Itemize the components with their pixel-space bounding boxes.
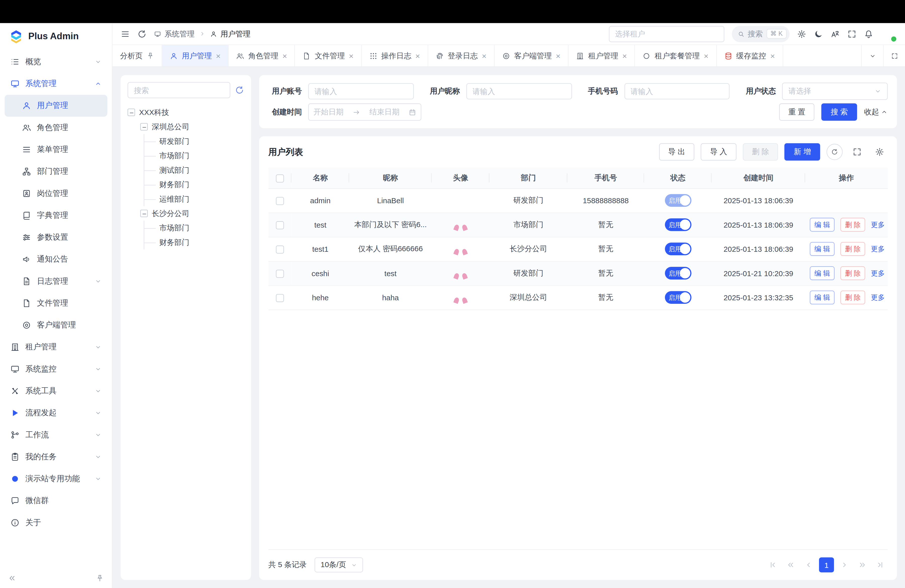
- delete-button[interactable]: 删 除: [840, 266, 865, 280]
- theme-toggle-button[interactable]: [814, 29, 823, 38]
- account-input[interactable]: [308, 83, 414, 99]
- reset-button[interactable]: 重 置: [779, 103, 814, 121]
- row-checkbox[interactable]: [276, 245, 284, 254]
- first-page-button[interactable]: [765, 557, 780, 572]
- sidebar-item-wechat-group[interactable]: 微信群: [5, 490, 107, 512]
- search-button[interactable]: 搜 索: [822, 103, 857, 121]
- tab-tenant-package-management[interactable]: 租户套餐管理 ×: [635, 45, 716, 67]
- phone-input[interactable]: [624, 83, 730, 99]
- tree-leaf[interactable]: 测试部门: [144, 163, 244, 177]
- row-checkbox[interactable]: [276, 197, 284, 205]
- tree-leaf[interactable]: 市场部门: [144, 221, 244, 235]
- import-button[interactable]: 导 入: [701, 143, 736, 161]
- breadcrumb-system-management[interactable]: 系统管理: [154, 29, 195, 39]
- sidebar-item-menu-management[interactable]: 菜单管理: [5, 138, 107, 161]
- close-icon[interactable]: ×: [216, 52, 221, 60]
- more-button[interactable]: 更多: [871, 269, 884, 277]
- close-icon[interactable]: ×: [703, 52, 708, 60]
- pin-icon[interactable]: [146, 52, 154, 60]
- global-search[interactable]: 搜索 ⌘ K: [732, 25, 790, 42]
- row-checkbox[interactable]: [276, 221, 284, 229]
- status-toggle[interactable]: 启用: [665, 243, 691, 256]
- sidebar-item-parameter-settings[interactable]: 参数设置: [5, 226, 107, 248]
- sidebar-toggle-button[interactable]: [121, 29, 130, 38]
- tree-search-input[interactable]: [127, 82, 230, 98]
- tree-collapse-icon[interactable]: [140, 210, 148, 217]
- sidebar-item-department-management[interactable]: 部门管理: [5, 161, 107, 182]
- tree-collapse-icon[interactable]: [140, 123, 148, 130]
- sidebar-item-system-monitor[interactable]: 系统监控: [5, 358, 107, 380]
- tab-tenant-management[interactable]: 租户管理 ×: [568, 45, 635, 67]
- breadcrumb-user-management[interactable]: 用户管理: [210, 29, 251, 39]
- edit-button[interactable]: 编 辑: [810, 291, 835, 304]
- tree-refresh-icon[interactable]: [235, 86, 244, 95]
- more-button[interactable]: 更多: [871, 245, 884, 253]
- close-icon[interactable]: ×: [482, 52, 487, 60]
- sidebar-item-dict-management[interactable]: 字典管理: [5, 205, 107, 226]
- notifications-button[interactable]: [864, 29, 873, 38]
- edit-button[interactable]: 编 辑: [810, 218, 835, 232]
- sidebar-item-demo-features[interactable]: 演示站专用功能: [5, 468, 107, 489]
- delete-button[interactable]: 删 除: [840, 218, 865, 232]
- tab-cache-monitor[interactable]: 缓存监控 ×: [716, 45, 783, 67]
- sidebar-item-file-management[interactable]: 文件管理: [5, 292, 107, 314]
- edit-button[interactable]: 编 辑: [810, 266, 835, 280]
- sidebar-item-post-management[interactable]: 岗位管理: [5, 183, 107, 205]
- delete-selected-button[interactable]: 删 除: [743, 143, 778, 161]
- tree-leaf[interactable]: 财务部门: [144, 177, 244, 192]
- prev-jump-button[interactable]: [783, 557, 799, 572]
- content-fullscreen-button[interactable]: [883, 45, 905, 67]
- tab-file-management[interactable]: 文件管理 ×: [295, 45, 362, 67]
- tab-analysis[interactable]: 分析页: [113, 45, 162, 67]
- close-icon[interactable]: ×: [349, 52, 354, 60]
- sidebar-item-system-tools[interactable]: 系统工具: [5, 380, 107, 402]
- close-icon[interactable]: ×: [770, 52, 775, 60]
- tenant-select-input[interactable]: [609, 25, 724, 42]
- last-page-button[interactable]: [873, 557, 888, 572]
- table-fullscreen-button[interactable]: [849, 144, 865, 160]
- language-button[interactable]: [830, 29, 840, 38]
- page-number-button[interactable]: 1: [819, 557, 834, 572]
- select-all-checkbox[interactable]: [276, 174, 284, 182]
- status-toggle[interactable]: 启用: [665, 194, 691, 207]
- sidebar-item-log-management[interactable]: 日志管理: [5, 270, 107, 292]
- pin-sidebar-icon[interactable]: [96, 574, 104, 582]
- close-icon[interactable]: ×: [556, 52, 560, 60]
- edit-button[interactable]: 编 辑: [810, 242, 835, 256]
- tree-leaf[interactable]: 财务部门: [144, 235, 244, 250]
- row-checkbox[interactable]: [276, 294, 284, 302]
- column-settings-button[interactable]: [872, 144, 888, 160]
- delete-button[interactable]: 删 除: [840, 242, 865, 256]
- tab-user-management[interactable]: 用户管理 ×: [162, 45, 229, 67]
- app-logo[interactable]: Plus Admin: [0, 23, 112, 50]
- tab-operation-log[interactable]: 操作日志 ×: [362, 45, 428, 67]
- sidebar-item-about[interactable]: 关于: [5, 512, 107, 534]
- fullscreen-button[interactable]: [847, 29, 856, 38]
- tree-node-root[interactable]: XXX科技: [127, 105, 244, 119]
- tree-collapse-icon[interactable]: [127, 109, 135, 116]
- status-toggle[interactable]: 启用: [665, 218, 691, 231]
- nickname-input[interactable]: [466, 83, 572, 99]
- sidebar-item-tenant-management[interactable]: 租户管理: [5, 336, 107, 358]
- next-jump-button[interactable]: [855, 557, 870, 572]
- tree-node-shenzhen[interactable]: 深圳总公司: [140, 119, 244, 134]
- sidebar-item-notice[interactable]: 通知公告: [5, 248, 107, 270]
- settings-button[interactable]: [797, 29, 807, 38]
- more-button[interactable]: 更多: [871, 220, 884, 228]
- created-date-range-input[interactable]: 开始日期 结束日期: [308, 103, 421, 121]
- tree-leaf[interactable]: 研发部门: [144, 134, 244, 148]
- tree-leaf[interactable]: 运维部门: [144, 192, 244, 206]
- add-user-button[interactable]: 新 增: [784, 143, 820, 161]
- refresh-page-button[interactable]: [137, 29, 146, 38]
- sidebar-item-overview[interactable]: 概览: [5, 51, 107, 73]
- delete-button[interactable]: 删 除: [840, 291, 865, 304]
- sidebar-item-process-initiation[interactable]: 流程发起: [5, 402, 107, 424]
- user-avatar-button[interactable]: [881, 25, 897, 42]
- sidebar-item-role-management[interactable]: 角色管理: [5, 117, 107, 138]
- status-toggle[interactable]: 启用: [665, 291, 691, 304]
- status-toggle[interactable]: 启用: [665, 267, 691, 280]
- next-page-button[interactable]: [837, 557, 852, 572]
- prev-page-button[interactable]: [801, 557, 816, 572]
- page-size-select[interactable]: 10条/页: [315, 557, 363, 572]
- status-select[interactable]: 请选择: [782, 83, 888, 100]
